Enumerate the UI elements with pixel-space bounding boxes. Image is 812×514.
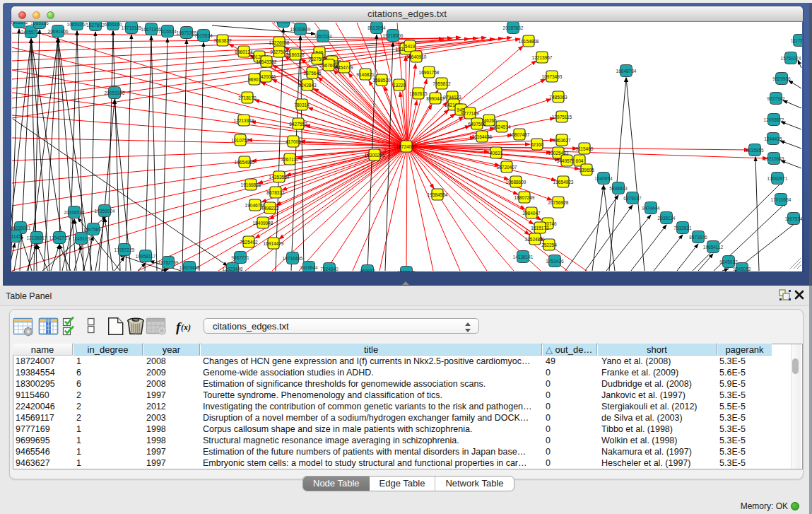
svg-text:5938923: 5938923 xyxy=(609,186,628,191)
svg-text:12213319: 12213319 xyxy=(234,118,254,123)
svg-text:24055724: 24055724 xyxy=(21,30,42,35)
svg-text:1588520: 1588520 xyxy=(372,78,391,83)
svg-text:4498222: 4498222 xyxy=(261,206,279,211)
svg-text:15716485: 15716485 xyxy=(283,256,303,261)
svg-text:21164436: 21164436 xyxy=(472,134,493,139)
svg-text:19654923: 19654923 xyxy=(553,180,574,185)
svg-text:5419: 5419 xyxy=(405,44,416,49)
svg-text:15720407: 15720407 xyxy=(497,165,517,170)
svg-text:3875645: 3875645 xyxy=(303,71,322,76)
svg-text:8678332: 8678332 xyxy=(266,190,285,195)
svg-text:1640954: 1640954 xyxy=(594,176,613,181)
svg-text:3024514: 3024514 xyxy=(493,124,511,129)
svg-text:8813054: 8813054 xyxy=(367,25,386,30)
svg-text:1145193: 1145193 xyxy=(73,236,90,241)
svg-text:16640910: 16640910 xyxy=(406,54,427,59)
svg-text:20206538: 20206538 xyxy=(64,210,85,215)
svg-text:9463627: 9463627 xyxy=(553,138,571,143)
svg-text:417006: 417006 xyxy=(286,139,301,144)
svg-text:7924540: 7924540 xyxy=(320,267,339,271)
svg-text:17957225: 17957225 xyxy=(114,247,135,252)
svg-text:10210643: 10210643 xyxy=(764,156,784,161)
svg-text:16935061: 16935061 xyxy=(11,226,31,230)
svg-text:7515524: 7515524 xyxy=(158,29,177,34)
svg-text:18724007: 18724007 xyxy=(396,144,417,149)
svg-text:19218506: 19218506 xyxy=(383,33,404,38)
svg-text:16782759: 16782759 xyxy=(158,260,179,265)
svg-text:12213967: 12213967 xyxy=(532,55,553,60)
svg-text:16914479: 16914479 xyxy=(264,241,284,246)
svg-text:12156817: 12156817 xyxy=(27,235,47,240)
svg-text:604: 604 xyxy=(576,158,584,163)
svg-text:10654112: 10654112 xyxy=(703,245,724,250)
svg-text:20187682: 20187682 xyxy=(503,25,524,30)
svg-text:9242843: 9242843 xyxy=(298,83,317,88)
svg-text:14353594: 14353594 xyxy=(269,175,290,180)
svg-text:1167534: 1167534 xyxy=(785,216,802,221)
svg-text:15409948: 15409948 xyxy=(253,221,273,226)
svg-text:98901: 98901 xyxy=(248,77,261,82)
svg-text:3984047: 3984047 xyxy=(522,211,541,216)
svg-text:9227342: 9227342 xyxy=(767,96,785,101)
svg-text:13692971: 13692971 xyxy=(767,176,788,181)
svg-text:1244415: 1244415 xyxy=(764,136,782,141)
svg-text:16543382: 16543382 xyxy=(257,59,277,64)
svg-text:7625402: 7625402 xyxy=(240,240,258,245)
svg-text:12093872: 12093872 xyxy=(764,117,784,122)
svg-text:6466160: 6466160 xyxy=(104,22,122,27)
svg-text:8454749: 8454749 xyxy=(335,65,353,70)
svg-text:10807487: 10807487 xyxy=(510,132,530,137)
svg-text:19166825: 19166825 xyxy=(241,182,261,187)
svg-text:9146821: 9146821 xyxy=(356,72,375,77)
svg-text:1010752: 1010752 xyxy=(231,138,249,143)
svg-text:1282345: 1282345 xyxy=(397,270,416,272)
svg-text:19975857: 19975857 xyxy=(83,227,104,232)
svg-text:9474444: 9474444 xyxy=(642,206,660,211)
svg-text:8960124: 8960124 xyxy=(235,49,253,54)
svg-text:12942737: 12942737 xyxy=(49,235,70,240)
svg-text:13524851: 13524851 xyxy=(525,237,546,242)
svg-text:8215955: 8215955 xyxy=(746,148,764,153)
svg-text:2935114: 2935114 xyxy=(658,216,676,221)
svg-text:8186328: 8186328 xyxy=(286,52,305,57)
svg-text:7632621: 7632621 xyxy=(673,226,692,230)
svg-text:10958117: 10958117 xyxy=(136,254,156,259)
svg-text:10154808: 10154808 xyxy=(519,39,539,44)
svg-text:16648784: 16648784 xyxy=(616,69,637,74)
svg-text:7485063: 7485063 xyxy=(549,95,567,100)
svg-text:1615172: 1615172 xyxy=(531,226,549,230)
svg-text:16033809: 16033809 xyxy=(273,22,294,24)
svg-text:963912: 963912 xyxy=(360,269,375,272)
svg-text:2405572: 2405572 xyxy=(11,22,28,25)
svg-text:6497508: 6497508 xyxy=(468,122,486,127)
svg-text:12975115: 12975115 xyxy=(552,115,572,119)
svg-text:40631: 40631 xyxy=(490,151,502,156)
svg-text:9245012: 9245012 xyxy=(719,259,738,264)
svg-text:8990443: 8990443 xyxy=(426,96,445,101)
svg-text:18807249: 18807249 xyxy=(514,195,535,200)
svg-text:12923448: 12923448 xyxy=(223,267,243,271)
svg-text:10688609: 10688609 xyxy=(506,180,526,185)
svg-text:16033809: 16033809 xyxy=(290,27,311,32)
svg-text:7955812: 7955812 xyxy=(433,81,451,86)
svg-text:15751074: 15751074 xyxy=(781,56,801,61)
svg-text:1117534: 1117534 xyxy=(791,38,802,43)
svg-text:17010554: 17010554 xyxy=(771,197,792,202)
svg-text:10973493: 10973493 xyxy=(542,74,563,79)
svg-text:10719185: 10719185 xyxy=(122,25,142,30)
svg-text:2718170: 2718170 xyxy=(238,95,257,100)
svg-text:9245052: 9245052 xyxy=(733,267,751,271)
svg-text:8427552: 8427552 xyxy=(289,122,307,127)
svg-text:3267110: 3267110 xyxy=(281,157,299,162)
svg-text:1065326: 1065326 xyxy=(30,22,49,25)
svg-text:12823448: 12823448 xyxy=(180,265,200,270)
svg-text:17359924: 17359924 xyxy=(95,209,115,214)
svg-text:9777169: 9777169 xyxy=(461,111,479,116)
svg-text:10653267: 10653267 xyxy=(67,22,88,27)
svg-text:9327503: 9327503 xyxy=(270,49,288,54)
svg-text:8471676: 8471676 xyxy=(689,235,707,240)
svg-text:13220: 13220 xyxy=(393,83,406,88)
svg-text:939695: 939695 xyxy=(579,168,594,173)
svg-text:14136141: 14136141 xyxy=(513,255,534,259)
svg-text:1527602: 1527602 xyxy=(86,23,105,28)
